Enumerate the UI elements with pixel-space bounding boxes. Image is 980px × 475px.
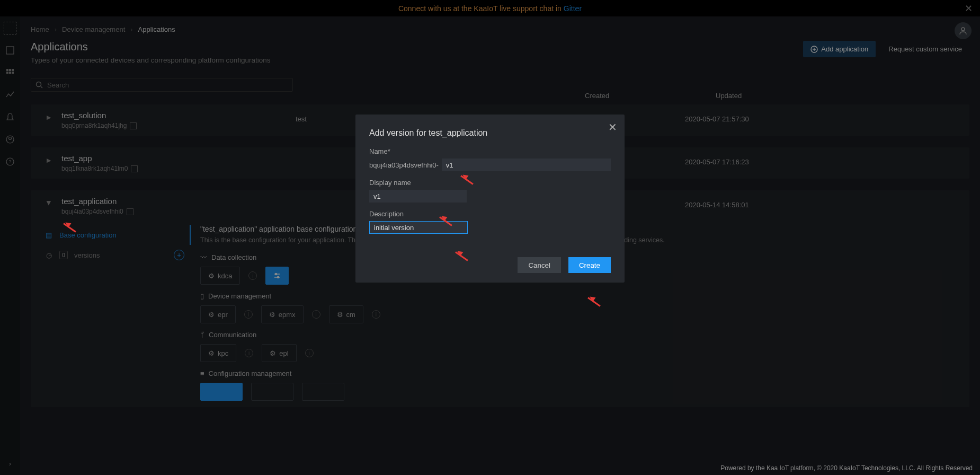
description-input[interactable] [369, 221, 468, 234]
display-name-label: Display name [369, 179, 611, 187]
name-prefix: bquj4ia03p4dsvefhhi0- [369, 161, 439, 169]
name-label: Name* [369, 147, 611, 155]
footer-text: Powered by the Kaa IoT platform, © 2020 … [720, 464, 973, 472]
modal-backdrop: ✕ Add version for test_application Name*… [0, 0, 980, 475]
name-input[interactable] [442, 159, 611, 171]
modal-close-icon[interactable]: ✕ [608, 121, 617, 134]
add-version-modal: ✕ Add version for test_application Name*… [355, 115, 625, 283]
create-button[interactable]: Create [568, 257, 611, 273]
description-label: Description [369, 210, 611, 218]
display-name-input[interactable] [369, 190, 467, 203]
cancel-button[interactable]: Cancel [518, 257, 561, 273]
modal-title: Add version for test_application [369, 128, 611, 138]
